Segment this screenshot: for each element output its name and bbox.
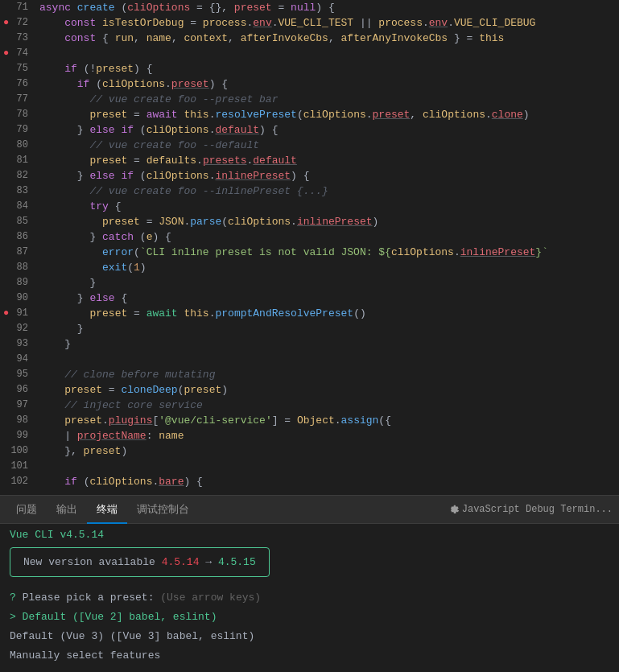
code-content: } [36,321,619,336]
code-content: // inject core service [36,398,619,413]
code-line: 79 } else if (cliOptions.default) { [0,122,619,138]
code-content: error(`CLI inline preset is not valid JS… [36,245,619,260]
code-content: // clone before mutating [36,367,619,382]
line-number: 95 [0,367,36,382]
code-line: 102 if (cliOptions.bare) { [0,474,619,489]
code-content: // vue create foo --preset bar [36,92,619,107]
line-number: 77 [0,92,36,107]
line-number: 80 [0,138,36,153]
code-line: 93 } [0,336,619,352]
code-line: 92 } [0,321,619,336]
code-content: } [36,336,619,352]
code-content: | projectName: name [36,428,619,443]
code-line: 74 [0,46,619,61]
code-lines: 71async create (cliOptions = {}, preset … [0,0,619,489]
code-line: 95 // clone before mutating [0,367,619,382]
line-number: 75 [0,61,36,76]
code-content: preset = JSON.parse(cliOptions.inlinePre… [36,214,619,229]
code-content: }, preset) [36,443,619,459]
line-number: 72 [0,15,36,31]
prompt-option-3: Default (Vue 3) ([Vue 3] babel, eslint) [10,630,254,642]
panel-tab-调试控制台[interactable]: 调试控制台 [127,496,199,524]
code-line: 85 preset = JSON.parse(cliOptions.inline… [0,214,619,229]
line-number: 84 [0,199,36,214]
line-number: 100 [0,443,36,459]
code-line: 99 | projectName: name [0,428,619,443]
code-line: 83 // vue create foo --inlinePreset {...… [0,183,619,199]
panel-tab-right: JavaScript Debug Termin... [448,504,613,515]
prompt-question-text: Please pick a preset: [23,592,161,604]
code-content: preset = await this.promptAndResolvePres… [36,306,619,321]
panel-tab-输出[interactable]: 输出 [47,496,87,524]
code-line: 89 } [0,275,619,291]
panel-tab-终端[interactable]: 终端 [87,496,127,524]
code-content: try { [36,199,619,214]
code-content: preset.plugins['@vue/cli-service'] = Obj… [36,413,619,428]
line-number: 91 [0,306,36,321]
code-line: 90 } else { [0,291,619,306]
line-number: 87 [0,245,36,260]
line-number: 78 [0,107,36,122]
version-new: 4.5.15 [218,556,256,568]
code-content: } catch (e) { [36,229,619,245]
prompt-arrow: > [10,611,23,623]
editor-area: 71async create (cliOptions = {}, preset … [0,0,619,495]
line-number: 97 [0,398,36,413]
line-number: 82 [0,168,36,183]
line-number: 73 [0,31,36,46]
version-arrow: → [205,556,218,568]
code-content: if (!preset) { [36,61,619,76]
code-line: 84 try { [0,199,619,214]
version-old: 4.5.14 [162,556,200,568]
code-line: 71async create (cliOptions = {}, preset … [0,0,619,15]
code-line: 72 const isTestOrDebug = process.env.VUE… [0,15,619,31]
line-number: 83 [0,183,36,199]
code-line: 96 preset = cloneDeep(preset) [0,382,619,398]
code-line: 101 [0,459,619,474]
line-number: 90 [0,291,36,306]
gear-icon [448,504,459,515]
line-number: 86 [0,229,36,245]
code-content: } else { [36,291,619,306]
code-line: 76 if (cliOptions.preset) { [0,76,619,92]
line-number: 101 [0,459,36,474]
code-line: 73 const { run, name, context, afterInvo… [0,31,619,46]
line-number: 93 [0,336,36,352]
code-content: const { run, name, context, afterInvokeC… [36,31,619,46]
code-content: exit(1) [36,260,619,275]
code-content: preset = await this.resolvePreset(cliOpt… [36,107,619,122]
prompt-hint-text: (Use arrow keys) [160,592,261,604]
code-content: } else if (cliOptions.inlinePreset) { [36,168,619,183]
code-line: 91 preset = await this.promptAndResolveP… [0,306,619,321]
code-line: 87 error(`CLI inline preset is not valid… [0,245,619,260]
code-content: // vue create foo --inlinePreset {...} [36,183,619,199]
panel-tabs: 问题输出终端调试控制台 JavaScript Debug Termin... [0,496,619,524]
code-line: 88 exit(1) [0,260,619,275]
prompt-question-mark: ? [10,592,16,604]
panel-tabs-left: 问题输出终端调试控制台 [6,496,199,524]
line-number: 99 [0,428,36,443]
line-number: 89 [0,275,36,291]
line-number: 96 [0,382,36,398]
panel-tab-问题[interactable]: 问题 [6,496,47,524]
bottom-panel: 问题输出终端调试控制台 JavaScript Debug Termin... V… [0,495,619,672]
line-number: 81 [0,153,36,168]
code-line: 77 // vue create foo --preset bar [0,92,619,107]
line-number: 98 [0,413,36,428]
line-number: 85 [0,214,36,229]
code-line: 81 preset = defaults.presets.default [0,153,619,168]
code-line: 78 preset = await this.resolvePreset(cli… [0,107,619,122]
line-number: 76 [0,76,36,92]
code-line: 97 // inject core service [0,398,619,413]
code-line: 75 if (!preset) { [0,61,619,76]
code-content: preset = defaults.presets.default [36,153,619,168]
code-line: 94 [0,352,619,367]
update-notification: New version available 4.5.14 → 4.5.15 [10,547,270,577]
code-line: 82 } else if (cliOptions.inlinePreset) { [0,168,619,183]
prompt-line-1: ? Please pick a preset: (Use arrow keys) [10,590,609,606]
code-content: } else if (cliOptions.default) { [36,122,619,138]
code-content: preset = cloneDeep(preset) [36,382,619,398]
line-number: 79 [0,122,36,138]
prompt-line-2: > Default ([Vue 2] babel, eslint) [10,609,609,625]
debug-terminal-label: JavaScript Debug Termin... [462,504,613,515]
